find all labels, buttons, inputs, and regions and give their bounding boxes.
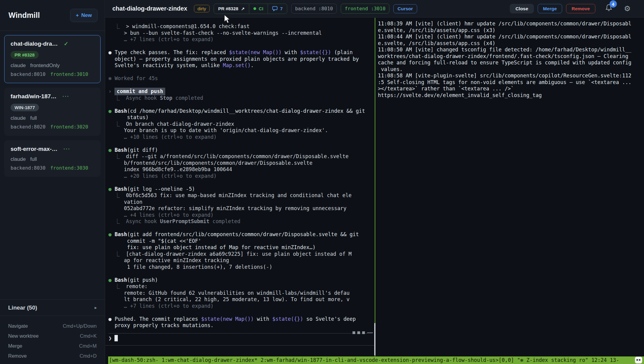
scrollbar-thumb[interactable] [374,323,375,356]
linear-badge: WIN-1877 [11,104,39,111]
frontend-port: frontend:3010 [50,71,88,77]
backend-port-badge[interactable]: backend :8010 [291,4,337,14]
sidebar-header: Windmill + New [0,0,105,31]
comment-count: 7 [280,6,283,11]
pr-badge: PR #8328 [11,51,39,59]
shortcut-list: Navigate Cmd+Up/Down New worktree Cmd+K … [0,316,105,364]
close-button[interactable]: Close [510,4,533,13]
terminal-line [108,140,375,147]
terminal-line [108,179,375,186]
worktree-ports: backend:8010 frontend:3010 [11,71,94,77]
ci-status-button[interactable]: CI [249,4,268,14]
shortcut-merge[interactable]: Merge Cmd+M [8,341,97,351]
worktree-ports: backend:8020 frontend:3020 [11,124,94,130]
terminal-line: Svelte's reactivity system, unlike Map.s… [108,62,375,69]
sidebar: Windmill + New chat-dialog-dra… ✓ PR #83… [0,0,105,364]
worktree-meta: claude full [11,115,94,121]
terminal-line [108,270,375,277]
agent-label: claude [11,156,26,162]
top-header: chat-dialog-drawer-zindex dirty PR #8328… [105,0,644,18]
ci-label: CI [259,6,263,11]
pr-link-button[interactable]: PR #8328 ↗ [214,4,249,14]
terminal-line: 052abd772e refactor: simplify minZIndex … [108,205,375,212]
terminal-line [108,225,375,232]
mode-label: frontendOnly [30,63,60,69]
text-cursor [114,335,118,341]
claude-terminal-pane[interactable]: ⎿ > windmill-components@1.654.0 check:fa… [105,18,375,364]
remove-button[interactable]: Remove [566,4,595,13]
log-line: cache and forcing full-reload to ensure … [378,60,644,66]
linear-section-toggle[interactable]: Linear (50) ▸ [0,299,105,316]
pr-label: PR #8328 [218,6,238,11]
log-line: values. [378,66,644,73]
terminal-line: … +7 lines (ctrl+o to expand) [108,303,375,310]
terminal-line: ● Bash(git diff) [108,147,375,154]
shortcut-label: Remove [8,353,27,359]
chevron-right-icon: ▸ [95,305,97,310]
terminal-line: ⎿ 0bf6c5d563 fix: use map-based minZInde… [108,192,375,199]
pr-comments-button[interactable]: 7 [268,4,287,14]
ellipsis-icon[interactable]: ··· [63,146,70,152]
terminal-line: … +10 lines (ctrl+o to expand) [108,134,375,141]
notifications-button[interactable]: 4 [605,4,613,14]
merge-button[interactable]: Merge [538,4,562,13]
terminal-line: ● Type check passes. The fix: replaced $… [108,49,375,56]
worktree-card-farhad-win[interactable]: farhad/win-187… ··· WIN-1877 claude full… [4,88,101,136]
shortcut-keys: Cmd+Up/Down [63,323,97,329]
worktree-meta: claude full [11,156,94,162]
check-icon: ✓ [64,41,68,47]
log-line: ></textarea>` rather than `<textarea ...… [378,86,644,92]
log-line: worktrees/chat-dialog-drawer-zindex/fron… [378,53,644,60]
mode-label: full [30,115,37,121]
shortcut-label: Navigate [8,323,28,329]
status-bar-icon [635,357,642,363]
terminal-line: object) — property assignments on proxie… [108,56,375,63]
log-line: https://svelte.dev/e/element_invalid_sel… [378,92,644,99]
frontend-port-badge[interactable]: frontend :3010 [341,4,389,14]
dev-server-log-pane[interactable]: 11:08:39 AM [vite] (client) hmr update /… [376,18,644,356]
worktree-card-chat-dialog[interactable]: chat-dialog-dra… ✓ PR #8328 claude front… [4,35,101,83]
mouse-cursor [224,15,231,24]
terminal-line: ⎿ Async hook UserPromptSubmit completed [108,218,375,225]
terminal-line: commit -m "$(cat <<'EOF' [108,238,375,245]
terminal-line: b/frontend/src/lib/components/common/dra… [108,160,375,167]
terminal-line: vation [108,199,375,206]
terminal-line [108,101,375,108]
backend-port: backend:8010 [11,71,46,77]
terminal-output: ⎿ > windmill-components@1.654.0 check:fa… [105,18,375,329]
open-in-cursor-button[interactable]: Cursor [393,4,417,13]
shortcut-navigate[interactable]: Navigate Cmd+Up/Down [8,321,97,331]
prompt-chevron: ❯ [108,335,112,341]
terminal-prompt[interactable]: ❯ [108,335,118,341]
terminal-line: … +20 lines (ctrl+o to expand) [108,173,375,180]
gear-icon[interactable]: ⚙ [624,4,631,13]
log-line: 11:08:44 AM [vite] (client) hmr update /… [378,34,644,40]
drag-handle-icon[interactable] [353,331,365,334]
terminal-line: › commit and push [108,88,375,95]
shortcut-new-worktree[interactable]: New worktree Cmd+K [8,331,97,341]
agent-label: claude [11,115,26,121]
log-line: 11:08:39 AM [vite] (client) hmr update /… [378,21,644,27]
worktree-meta: claude frontendOnly [11,63,94,69]
terminal-line: ⎿ [chat-dialog-drawer-zindex a6a69c9225]… [108,251,375,258]
tmux-status-bar: [wm-dash-50:zsh- 1:wm-chat-dialog-drawer… [108,356,644,364]
pane-divider[interactable] [375,18,375,356]
terminal-line: index 966bd8cfe9..e2898eb9ba 100644 [108,166,375,173]
terminal-line [108,69,375,76]
terminal-line: … +7 lines (ctrl+o to expand) [108,36,375,43]
terminal-line: ⎿ Async hook Stop completed [108,95,375,102]
worktree-card-soft-error[interactable]: soft-error-max-… ··· claude full backend… [4,140,101,177]
terminal-line: Your branch is up to date with 'origin/c… [108,127,375,134]
shortcut-keys: Cmd+K [80,333,97,339]
log-line: e.svelte, /src/lib/assets/app.css (x4) [378,40,644,47]
separator-dash [367,332,373,333]
new-worktree-button[interactable]: + New [70,9,98,22]
shortcut-remove[interactable]: Remove Cmd+D [8,351,97,361]
terminal-line: ● Pushed. The commit replaces $state(new… [108,316,375,323]
app-title: Windmill [8,11,40,20]
log-line: 11:08:50 AM [vite] changed tsconfig file… [378,47,644,53]
log-line: 11:08:58 AM [vite-plugin-svelte] src/lib… [378,73,644,79]
worktree-title: chat-dialog-dra… [11,41,58,47]
ellipsis-icon[interactable]: ··· [63,93,69,99]
terminal-line: ⎿ diff --git a/frontend/src/lib/componen… [108,153,375,160]
